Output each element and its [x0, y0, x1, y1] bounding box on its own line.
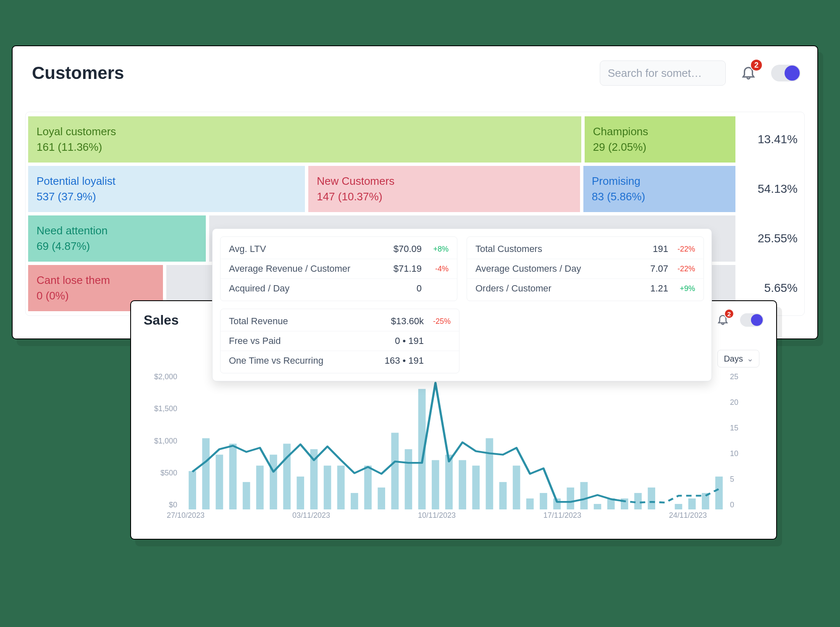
x-tick: 27/10/2023 [167, 511, 205, 526]
svg-rect-33 [634, 493, 642, 509]
segment-label: Need attention [37, 224, 197, 237]
rfm-segment-promising[interactable]: Promising83 (5.86%) [583, 166, 735, 212]
svg-rect-25 [526, 498, 534, 509]
y-left-tick: $0 [148, 501, 177, 509]
segment-value: 147 (10.37%) [317, 190, 572, 203]
y-right-tick: 25 [730, 373, 759, 381]
stat-value: 7.07 [650, 263, 668, 274]
svg-rect-0 [189, 471, 196, 509]
segment-value: 161 (11.36%) [37, 141, 573, 154]
y-left-tick: $1,500 [148, 404, 177, 413]
stat-label: Acquired / Day [229, 283, 417, 294]
svg-rect-18 [432, 460, 439, 509]
segment-value: 83 (5.86%) [592, 190, 727, 203]
stat-label: Free vs Paid [229, 336, 395, 346]
customer-stats-popover: Avg. LTV$70.09+8%Average Revenue / Custo… [212, 228, 712, 381]
svg-rect-15 [391, 433, 399, 509]
stat-delta: +8% [428, 245, 449, 254]
chart-plot-area [186, 373, 726, 509]
stat-label: Total Revenue [229, 316, 391, 327]
stat-value: 191 [653, 244, 668, 254]
row-percent: 54.13% [739, 166, 802, 212]
segment-label: Loyal customers [37, 125, 573, 138]
sales-chart: $2,000$1,500$1,000$500$0 2520151050 27/1… [148, 373, 759, 526]
y-right-tick: 15 [730, 424, 759, 433]
svg-rect-29 [580, 482, 588, 509]
segment-value: 29 (2.05%) [593, 141, 727, 154]
stat-label: Average Revenue / Customer [229, 263, 394, 274]
svg-rect-20 [459, 460, 466, 509]
x-tick: 10/11/2023 [418, 511, 456, 526]
svg-rect-36 [675, 504, 682, 509]
segment-value: 69 (4.87%) [37, 240, 197, 253]
y-right-tick: 0 [730, 501, 759, 509]
rfm-row: Potential loyalist537 (37.9%)New Custome… [28, 164, 802, 214]
stats-card-right: Total Customers191-22%Average Customers … [467, 236, 704, 301]
range-select[interactable]: Days [717, 350, 759, 367]
segment-label: Promising [592, 175, 727, 188]
x-axis: 27/10/202303/11/202310/11/202317/11/2023… [186, 511, 726, 526]
page-title: Customers [32, 63, 588, 83]
segment-label: Champions [593, 125, 727, 138]
stat-label: Average Customers / Day [475, 263, 650, 274]
y-left-tick: $500 [148, 469, 177, 477]
sales-notification-badge: 2 [724, 309, 734, 319]
y-axis-left: $2,000$1,500$1,000$500$0 [148, 373, 181, 509]
stat-label: Total Customers [475, 244, 653, 254]
y-right-tick: 10 [730, 449, 759, 458]
theme-toggle[interactable] [771, 65, 801, 81]
stats-card-left: Avg. LTV$70.09+8%Average Revenue / Custo… [220, 236, 457, 301]
segment-label: New Customers [317, 175, 572, 188]
customers-topbar: Customers Search for somet… 2 [25, 58, 805, 91]
toggle-knob [785, 66, 800, 81]
rfm-segment-loyal[interactable]: Loyal customers161 (11.36%) [28, 116, 581, 163]
stat-label: One Time vs Recurring [229, 355, 385, 366]
row-percent: 25.55% [739, 215, 802, 262]
x-tick: 17/11/2023 [543, 511, 581, 526]
svg-rect-11 [337, 466, 345, 509]
svg-rect-34 [648, 488, 655, 509]
segment-value: 537 (37.9%) [37, 190, 297, 203]
segment-label: Cant lose them [37, 274, 155, 287]
svg-rect-23 [499, 482, 507, 509]
stat-row: Average Revenue / Customer$71.19-4% [220, 259, 457, 278]
rfm-segment-newcust[interactable]: New Customers147 (10.37%) [308, 166, 580, 212]
svg-rect-4 [243, 482, 250, 509]
svg-rect-3 [229, 444, 237, 509]
svg-rect-26 [540, 493, 547, 509]
stat-delta: -25% [430, 317, 451, 326]
notification-badge: 2 [750, 59, 763, 71]
rfm-segment-potloy[interactable]: Potential loyalist537 (37.9%) [28, 166, 305, 212]
sales-notifications-button[interactable]: 2 [714, 311, 732, 329]
stat-value: $70.09 [394, 244, 422, 254]
y-axis-right: 2520151050 [726, 373, 759, 509]
rfm-segment-champ[interactable]: Champions29 (2.05%) [585, 116, 735, 163]
row-percent: 13.41% [739, 116, 802, 163]
x-tick: 24/11/2023 [669, 511, 707, 526]
sales-toggle[interactable] [740, 313, 764, 327]
stat-row: One Time vs Recurring163 • 191 [220, 351, 459, 370]
svg-rect-24 [513, 466, 520, 509]
search-input[interactable]: Search for somet… [600, 60, 726, 86]
svg-rect-13 [364, 466, 372, 509]
notifications-button[interactable]: 2 [738, 62, 759, 84]
range-select-label: Days [724, 354, 743, 364]
chevron-down-icon [747, 356, 753, 362]
stat-row: Avg. LTV$70.09+8% [220, 239, 457, 259]
stat-row: Average Customers / Day7.07-22% [467, 259, 704, 278]
stat-label: Avg. LTV [229, 244, 394, 254]
y-left-tick: $2,000 [148, 373, 177, 381]
y-left-tick: $1,000 [148, 437, 177, 446]
svg-rect-37 [688, 498, 696, 509]
svg-rect-2 [216, 455, 223, 509]
toggle-knob [751, 314, 763, 326]
stat-row: Free vs Paid0 • 191 [220, 331, 459, 351]
stat-row: Acquired / Day0 [220, 278, 457, 298]
svg-rect-12 [351, 493, 358, 509]
rfm-segment-needatt[interactable]: Need attention69 (4.87%) [28, 215, 206, 262]
svg-rect-5 [256, 466, 264, 509]
svg-rect-16 [405, 449, 412, 509]
search-placeholder: Search for somet… [608, 67, 702, 80]
y-right-tick: 5 [730, 475, 759, 484]
stat-delta: -22% [674, 265, 695, 273]
